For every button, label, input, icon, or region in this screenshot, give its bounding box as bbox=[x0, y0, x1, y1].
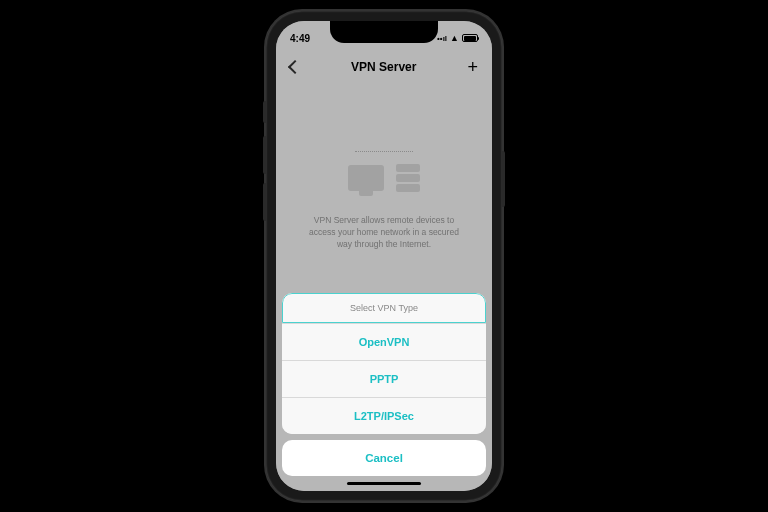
signal-icon: ••ıl bbox=[437, 34, 447, 43]
sheet-group: Select VPN Type OpenVPN PPTP L2TP/IPSec bbox=[282, 293, 486, 434]
notch bbox=[330, 21, 438, 43]
status-time: 4:49 bbox=[290, 33, 310, 44]
home-indicator[interactable] bbox=[347, 482, 421, 486]
option-openvpn[interactable]: OpenVPN bbox=[282, 323, 486, 360]
cancel-button[interactable]: Cancel bbox=[282, 440, 486, 476]
volume-down bbox=[263, 183, 266, 221]
power-button bbox=[502, 151, 505, 207]
monitor-icon bbox=[348, 165, 384, 191]
battery-icon bbox=[462, 34, 478, 42]
volume-up bbox=[263, 136, 266, 174]
mute-switch bbox=[263, 101, 266, 123]
wifi-icon: ▲ bbox=[450, 33, 459, 43]
sheet-header: Select VPN Type bbox=[282, 293, 486, 323]
connection-line-icon bbox=[355, 151, 413, 153]
status-right: ••ıl ▲ bbox=[437, 33, 478, 43]
action-sheet: Select VPN Type OpenVPN PPTP L2TP/IPSec … bbox=[276, 287, 492, 492]
back-button[interactable] bbox=[288, 60, 302, 74]
option-l2tp-ipsec[interactable]: L2TP/IPSec bbox=[282, 397, 486, 434]
add-button[interactable]: + bbox=[467, 58, 478, 76]
vpn-illustration bbox=[296, 145, 472, 199]
screen: 4:49 ••ıl ▲ VPN Server + VPN Server allo… bbox=[276, 21, 492, 491]
page-title: VPN Server bbox=[351, 60, 416, 74]
description-text: VPN Server allows remote devices to acce… bbox=[296, 215, 472, 251]
main-content: VPN Server allows remote devices to acce… bbox=[276, 85, 492, 251]
server-icon bbox=[396, 164, 420, 192]
phone-frame: 4:49 ••ıl ▲ VPN Server + VPN Server allo… bbox=[266, 11, 502, 501]
nav-bar: VPN Server + bbox=[276, 49, 492, 85]
option-pptp[interactable]: PPTP bbox=[282, 360, 486, 397]
